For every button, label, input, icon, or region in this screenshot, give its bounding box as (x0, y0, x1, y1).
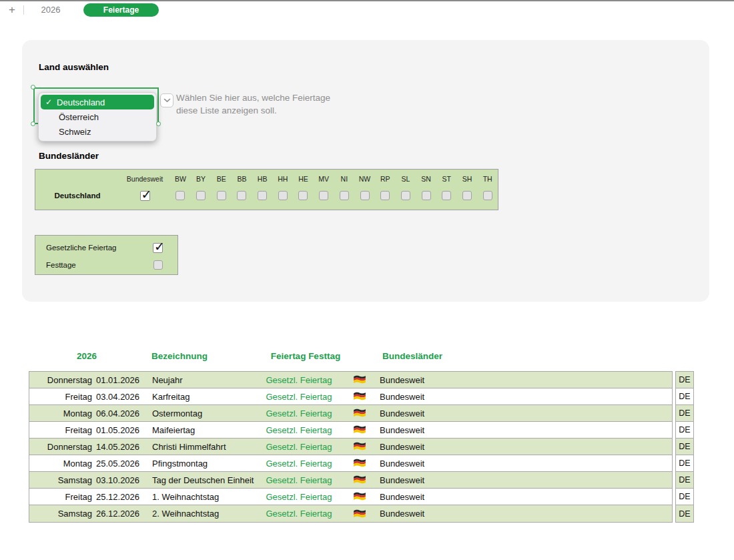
helper-line-1: Wählen Sie hier aus, welche Feiertage (176, 91, 330, 104)
option-oesterreich[interactable]: Österreich (41, 109, 154, 124)
cell-country-code[interactable]: DE (676, 388, 693, 405)
cell-date: 01.05.2026 (96, 425, 139, 435)
table-row[interactable]: Freitag 01.05.2026 Maifeiertag Gesetzl. … (29, 422, 672, 439)
cell-country-code[interactable]: DE (676, 422, 693, 439)
cell-holiday-name: Karfreitag (152, 392, 256, 402)
cell-date: 14.05.2026 (96, 442, 139, 452)
cell-region: Bundesweit (380, 392, 424, 402)
selection-handle[interactable] (31, 85, 35, 89)
sheet-tab-bar: + 2026 Feiertage (0, 0, 734, 19)
state-header-label: SN (416, 175, 436, 183)
nationwide-checkbox[interactable] (140, 191, 150, 201)
filter-label-gesetzliche: Gesetzliche Feiertag (46, 244, 116, 252)
germany-flag-icon (353, 492, 366, 501)
cell-country-code[interactable]: DE (676, 489, 693, 505)
gesetzliche-feiertag-checkbox[interactable] (153, 243, 163, 253)
state-checkbox-sn[interactable] (422, 191, 431, 200)
states-section-title: Bundesländer (39, 151, 99, 161)
dropdown-chevron-button[interactable] (160, 93, 173, 107)
germany-flag-icon (353, 475, 366, 485)
cell-country-code[interactable]: DE (676, 472, 693, 489)
festtage-checkbox[interactable] (153, 260, 163, 270)
state-checkbox-by[interactable] (196, 191, 206, 200)
state-checkbox-th[interactable] (483, 191, 492, 200)
list-header-year: 2026 (60, 351, 113, 361)
germany-flag-icon (353, 425, 366, 435)
table-row[interactable]: Donnerstag 14.05.2026 Christi Himmelfahr… (29, 439, 672, 455)
cell-date: 03.04.2026 (96, 392, 139, 402)
add-sheet-button[interactable]: + (5, 3, 19, 17)
cell-day: Freitag (29, 425, 92, 435)
state-checkbox-hb[interactable] (258, 191, 267, 200)
filter-label-festtage: Festtage (46, 261, 76, 269)
selection-handle[interactable] (156, 121, 161, 126)
sheet-tab-feiertage-active[interactable]: Feiertage (83, 3, 159, 17)
holiday-table: Donnerstag 01.01.2026 Neujahr Gesetzl. F… (29, 371, 673, 523)
list-header-type: Feiertag Festtag (266, 351, 346, 361)
state-header-label: SL (396, 175, 416, 183)
cell-holiday-name: Pfingstmontag (152, 459, 256, 469)
state-checkbox-hh[interactable] (278, 191, 288, 200)
cell-holiday-type: Gesetzl. Feiertag (256, 408, 342, 418)
option-deutschland-selected[interactable]: ✓ Deutschland (41, 95, 154, 109)
state-checkbox-rp[interactable] (380, 191, 390, 200)
nationwide-header-label: Bundesweit (119, 175, 170, 183)
state-checkbox-bw[interactable] (175, 191, 185, 200)
state-header-label: NW (354, 175, 375, 183)
state-header-label: HH (272, 175, 293, 183)
cell-region: Bundesweit (380, 459, 424, 469)
state-checkbox-ni[interactable] (340, 191, 349, 200)
state-checkbox-mv[interactable] (319, 191, 328, 200)
spreadsheet-page: + 2026 Feiertage Land auswählen ✓ Deutsc… (0, 0, 734, 560)
state-checkbox-sh[interactable] (462, 191, 472, 200)
option-schweiz[interactable]: Schweiz (41, 124, 154, 139)
state-checkbox-be[interactable] (217, 191, 226, 200)
cell-holiday-type: Gesetzl. Feiertag (256, 509, 342, 519)
state-checkbox-sl[interactable] (401, 191, 410, 200)
cell-region: Bundesweit (380, 408, 424, 418)
state-checkbox-bb[interactable] (237, 191, 246, 200)
cell-region: Bundesweit (380, 492, 424, 502)
state-checkbox-st[interactable] (442, 191, 451, 200)
cell-holiday-type: Gesetzl. Feiertag (256, 459, 342, 469)
country-section-title: Land auswählen (39, 62, 109, 72)
cell-day: Freitag (29, 492, 92, 502)
table-row[interactable]: Montag 06.04.2026 Ostermontag Gesetzl. F… (29, 405, 672, 422)
state-checkbox-he[interactable] (298, 191, 308, 200)
cell-country-code[interactable]: DE (676, 372, 693, 388)
holiday-type-filter-box: Gesetzliche Feiertag Festtage (35, 235, 178, 275)
table-row[interactable]: Freitag 25.12.2026 1. Weihnachtstag Gese… (29, 489, 672, 505)
state-checkbox-nw[interactable] (360, 191, 370, 200)
state-header-label: MV (314, 175, 334, 183)
state-header-label: SH (457, 175, 478, 183)
state-header-label: BY (191, 175, 212, 183)
cell-day: Donnerstag (29, 442, 92, 452)
selection-handle[interactable] (31, 121, 35, 126)
cell-country-code[interactable]: DE (676, 439, 693, 455)
state-header-label: RP (375, 175, 396, 183)
sheet-tab-2026[interactable]: 2026 (31, 5, 70, 15)
cell-region: Bundesweit (380, 509, 424, 519)
cell-country-code[interactable]: DE (676, 505, 693, 522)
cell-holiday-type: Gesetzl. Feiertag (256, 492, 342, 502)
country-code-column: DEDEDEDEDEDEDEDEDE (675, 371, 694, 523)
cell-holiday-type: Gesetzl. Feiertag (256, 425, 342, 435)
table-row[interactable]: Freitag 03.04.2026 Karfreitag Gesetzl. F… (29, 388, 672, 405)
states-header-row: Bundesweit BW BY BE BB HB HH HE MV NI NW… (35, 174, 498, 184)
cell-date: 03.10.2026 (96, 475, 139, 485)
state-header-label: ST (436, 175, 457, 183)
cell-date: 26.12.2026 (96, 509, 139, 519)
cell-country-code[interactable]: DE (676, 455, 693, 472)
state-header-label: NI (334, 175, 355, 183)
state-header-label: TH (477, 175, 498, 183)
table-row[interactable]: Donnerstag 01.01.2026 Neujahr Gesetzl. F… (29, 372, 672, 388)
cell-country-code[interactable]: DE (676, 405, 693, 422)
states-matrix-box: Bundesweit BW BY BE BB HB HH HE MV NI NW… (35, 169, 498, 210)
state-header-label: HB (252, 175, 273, 183)
table-row[interactable]: Montag 25.05.2026 Pfingstmontag Gesetzl.… (29, 455, 672, 472)
option-label: Deutschland (57, 97, 105, 107)
cell-date: 25.05.2026 (96, 459, 139, 469)
table-row[interactable]: Samstag 03.10.2026 Tag der Deutschen Ein… (29, 472, 672, 489)
cell-holiday-name: Maifeiertag (152, 425, 256, 435)
table-row[interactable]: Samstag 26.12.2026 2. Weihnachtstag Gese… (29, 505, 672, 522)
